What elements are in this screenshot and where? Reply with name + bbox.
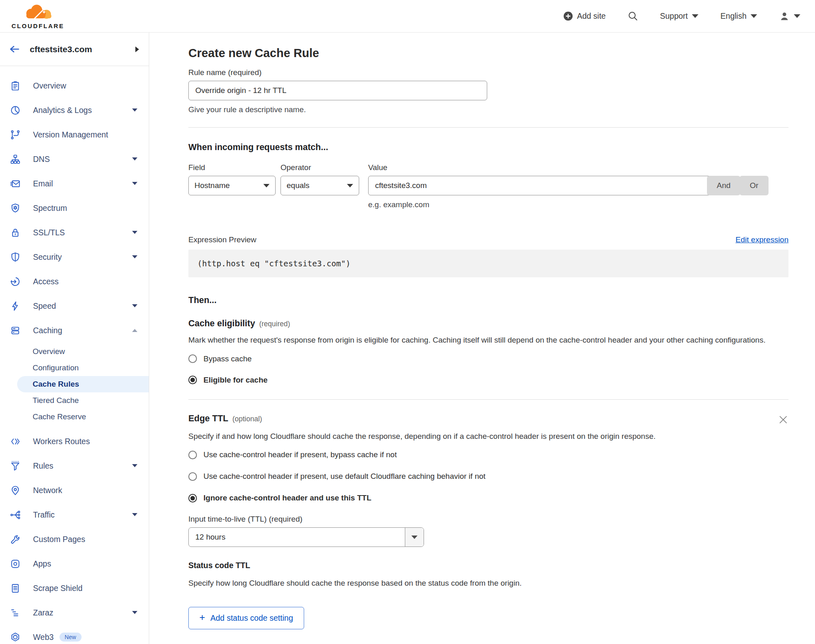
sidebar-item-label: Access [33,277,59,286]
account-menu[interactable] [779,11,800,22]
traffic-icon [10,509,21,520]
sidebar-item-web3[interactable]: Web3New [0,625,149,644]
sidebar-subitem-configuration[interactable]: Configuration [0,360,149,376]
sidebar-item-label: Spectrum [33,204,67,213]
scrape-shield-icon [10,583,21,594]
sidebar-item-label: Network [33,486,62,495]
cloudflare-dashboard: CLOUDFLARE Add site Support [0,0,815,644]
sidebar-item-label: Version Management [33,130,108,139]
search-button[interactable] [628,11,638,21]
sidebar-item-scrape-shield[interactable]: Scrape Shield [0,576,149,600]
radio-label: Use cache-control header if present, use… [203,472,486,481]
language-menu[interactable]: English [720,11,757,21]
site-header: cftestsite3.com [0,33,149,66]
chevron-down-icon [132,182,137,185]
close-icon[interactable] [778,414,788,425]
sidebar-item-caching[interactable]: Caching [0,318,149,343]
field-label: Field [188,163,276,172]
radio-label: Bypass cache [203,354,252,363]
sidebar-item-rules[interactable]: Rules [0,454,149,478]
rule-name-help: Give your rule a descriptive name. [188,105,788,114]
sidebar-item-email[interactable]: Email [0,171,149,196]
edge-ttl-option-use-cache-control-header-if-present-use-[interactable]: Use cache-control header if present, use… [188,472,788,481]
or-button[interactable]: Or [740,176,769,195]
chevron-right-icon [135,46,139,52]
chevron-down-icon [347,184,353,188]
sidebar-subitem-cache-rules[interactable]: Cache Rules [17,376,149,392]
sidebar-item-custom-pages[interactable]: Custom Pages [0,527,149,551]
sidebar-item-label: Custom Pages [33,535,85,544]
sidebar-item-version-management[interactable]: Version Management [0,122,149,147]
expression-code: (http.host eq "cftestsite3.com") [188,250,788,277]
sidebar-item-overview[interactable]: Overview [0,73,149,98]
sidebar-item-label: Speed [33,301,56,311]
site-name: cftestsite3.com [30,44,92,54]
new-badge: New [60,633,82,642]
edge-ttl-option-use-cache-control-header-if-present-bypa[interactable]: Use cache-control header if present, byp… [188,450,788,459]
edge-ttl-option-ignore-cache-control-header-and-use-this[interactable]: Ignore cache-control header and use this… [188,494,788,502]
sidebar-item-label: Apps [33,559,51,569]
sidebar-item-network[interactable]: Network [0,478,149,502]
radio-button[interactable] [188,354,197,363]
chevron-up-icon [132,329,137,332]
back-button[interactable] [9,44,20,55]
site-switcher-button[interactable] [135,46,139,52]
plus-icon: + [199,613,205,622]
and-button[interactable]: And [707,176,740,195]
chevron-down-icon [132,108,137,112]
sidebar-item-label: Scrape Shield [33,584,82,593]
sidebar-item-access[interactable]: Access [0,269,149,294]
plus-circle-icon [563,11,573,21]
radio-button[interactable] [188,451,197,459]
add-status-code-setting-button[interactable]: + Add status code setting [188,607,304,629]
sidebar-item-zaraz[interactable]: Zaraz [0,600,149,625]
rules-icon [10,460,21,471]
sidebar-item-security[interactable]: Security [0,245,149,269]
section-divider [188,399,788,400]
sidebar-item-apps[interactable]: Apps [0,551,149,576]
edit-expression-link[interactable]: Edit expression [735,235,788,244]
radio-button[interactable] [188,494,197,502]
sidebar-item-analytics-logs[interactable]: Analytics & Logs [0,98,149,122]
sidebar-subitem-overview[interactable]: Overview [0,343,149,360]
rule-name-input[interactable] [188,81,487,100]
field-select[interactable]: Hostname [188,176,276,195]
operator-select[interactable]: equals [281,176,359,195]
cloudflare-logo[interactable]: CLOUDFLARE [7,3,68,29]
add-site-button[interactable]: Add site [563,11,605,21]
sidebar-item-traffic[interactable]: Traffic [0,502,149,527]
cloudflare-cloud-icon [22,3,53,22]
chevron-down-icon [132,304,137,308]
sidebar-item-label: Analytics & Logs [33,106,92,115]
search-icon [628,11,638,21]
sidebar-item-spectrum[interactable]: Spectrum [0,196,149,220]
sidebar-item-ssl-tls[interactable]: SSL/TLS [0,220,149,245]
expression-preview-row: Expression Preview Edit expression [188,235,788,244]
sidebar-item-dns[interactable]: DNS [0,147,149,171]
cache-eligibility-option-eligible-for-cache[interactable]: Eligible for cache [188,376,788,385]
sidebar-item-label: DNS [33,155,50,164]
value-input[interactable] [368,176,711,195]
radio-button[interactable] [188,376,197,384]
sidebar-item-label: Security [33,252,62,262]
email-icon [10,178,21,189]
chevron-down-icon [751,14,757,18]
chevron-down-icon [405,528,424,547]
radio-button[interactable] [188,472,197,481]
cache-eligibility-options: Bypass cacheEligible for cache [188,354,788,385]
sidebar-subitem-cache-reserve[interactable]: Cache Reserve [0,409,149,425]
sidebar-item-workers-routes[interactable]: Workers Routes [0,429,149,454]
sidebar-item-speed[interactable]: Speed [0,294,149,318]
support-menu[interactable]: Support [660,11,698,21]
sidebar-item-label: Traffic [33,510,55,520]
ttl-select[interactable]: 12 hours [188,527,424,547]
sidebar-subitem-tiered-cache[interactable]: Tiered Cache [0,392,149,409]
sidebar-item-label: Web3 [33,633,54,642]
sidebar-item-label: SSL/TLS [33,228,65,237]
cache-eligibility-option-bypass-cache[interactable]: Bypass cache [188,354,788,363]
then-heading: Then... [188,295,788,305]
status-code-ttl-description: Specify how long Cloudflare should cache… [188,577,775,589]
chevron-down-icon [692,14,698,18]
expression-preview-label: Expression Preview [188,235,256,244]
sidebar-item-label: Overview [33,81,66,91]
